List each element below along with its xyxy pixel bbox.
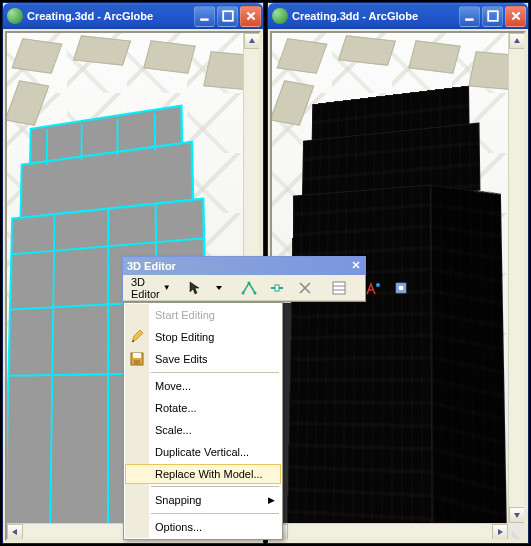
menu-label: Options...	[155, 521, 202, 533]
svg-rect-8	[275, 285, 279, 291]
split-tool-icon[interactable]	[292, 277, 318, 299]
close-button[interactable]	[505, 6, 526, 27]
menu-label: Scale...	[155, 424, 192, 436]
menu-stop-editing[interactable]: Stop Editing	[125, 326, 281, 348]
sketch-properties-icon[interactable]	[360, 277, 386, 299]
3d-editor-menu: Start Editing Stop Editing Save Edits Mo…	[123, 302, 283, 540]
scroll-right-button[interactable]	[492, 524, 508, 540]
menu-label: Duplicate Vertical...	[155, 446, 249, 458]
panel-toolbar: 3D Editor ▼	[123, 275, 365, 301]
menu-separator	[151, 513, 279, 514]
building-textured	[286, 80, 526, 541]
scroll-up-button[interactable]	[244, 33, 260, 49]
maximize-button[interactable]	[217, 6, 238, 27]
minimize-button[interactable]	[194, 6, 215, 27]
dropdown-label: 3D Editor	[131, 276, 160, 300]
titlebar-right[interactable]: Creating.3dd - ArcGlobe	[268, 3, 528, 29]
titlebar-left[interactable]: Creating.3dd - ArcGlobe	[3, 3, 263, 29]
panel-titlebar[interactable]: 3D Editor	[123, 257, 365, 275]
menu-rotate[interactable]: Rotate...	[125, 397, 281, 419]
arcglobe-icon	[7, 8, 23, 24]
target-tool-icon[interactable]	[388, 277, 414, 299]
scroll-up-button[interactable]	[509, 33, 525, 49]
menu-replace-with-model[interactable]: Replace With Model...	[125, 464, 281, 484]
window-title-right: Creating.3dd - ArcGlobe	[292, 10, 459, 22]
scroll-down-button[interactable]	[509, 507, 525, 523]
menu-options[interactable]: Options...	[125, 516, 281, 538]
minimize-button[interactable]	[459, 6, 480, 27]
panel-close-button[interactable]	[351, 260, 361, 272]
edit-pointer-tool-icon[interactable]	[182, 277, 208, 299]
pencil-icon	[129, 329, 145, 345]
3d-editor-panel: 3D Editor 3D Editor ▼	[122, 256, 366, 302]
svg-rect-0	[200, 18, 208, 20]
svg-rect-14	[398, 285, 404, 291]
svg-rect-3	[488, 11, 498, 21]
svg-point-5	[247, 281, 250, 284]
menu-label: Move...	[155, 380, 191, 392]
line-tool-icon[interactable]	[264, 277, 290, 299]
svg-point-4	[241, 291, 244, 294]
panel-title-text: 3D Editor	[127, 260, 176, 272]
svg-rect-1	[223, 11, 233, 21]
menu-label: Save Edits	[155, 353, 208, 365]
caret-dropdown-icon[interactable]	[210, 277, 228, 299]
save-icon	[129, 351, 145, 367]
svg-rect-16	[133, 353, 141, 358]
close-button[interactable]	[240, 6, 261, 27]
menu-snapping[interactable]: Snapping ▶	[125, 489, 281, 511]
menu-label: Start Editing	[155, 309, 215, 321]
submenu-arrow-icon: ▶	[268, 495, 275, 505]
window-title-left: Creating.3dd - ArcGlobe	[27, 10, 194, 22]
scroll-left-button[interactable]	[7, 524, 23, 540]
arcglobe-icon	[272, 8, 288, 24]
svg-point-12	[376, 283, 380, 287]
attributes-tool-icon[interactable]	[326, 277, 352, 299]
menu-label: Stop Editing	[155, 331, 214, 343]
svg-point-6	[253, 291, 256, 294]
svg-rect-9	[333, 282, 345, 294]
menu-separator	[151, 486, 279, 487]
svg-rect-17	[134, 360, 140, 365]
menu-move[interactable]: Move...	[125, 375, 281, 397]
scrollbar-horizontal[interactable]	[272, 523, 508, 539]
scrollbar-vertical[interactable]	[508, 33, 524, 523]
caret-down-icon: ▼	[163, 283, 171, 292]
menu-save-edits[interactable]: Save Edits	[125, 348, 281, 370]
menu-separator	[151, 372, 279, 373]
menu-scale[interactable]: Scale...	[125, 419, 281, 441]
menu-duplicate-vertical[interactable]: Duplicate Vertical...	[125, 441, 281, 463]
menu-start-editing: Start Editing	[125, 304, 281, 326]
maximize-button[interactable]	[482, 6, 503, 27]
vertex-tool-icon[interactable]	[236, 277, 262, 299]
menu-label: Rotate...	[155, 402, 197, 414]
3d-editor-dropdown[interactable]: 3D Editor ▼	[126, 277, 174, 299]
menu-label: Replace With Model...	[155, 468, 263, 480]
menu-label: Snapping	[155, 494, 202, 506]
svg-rect-2	[465, 18, 473, 20]
